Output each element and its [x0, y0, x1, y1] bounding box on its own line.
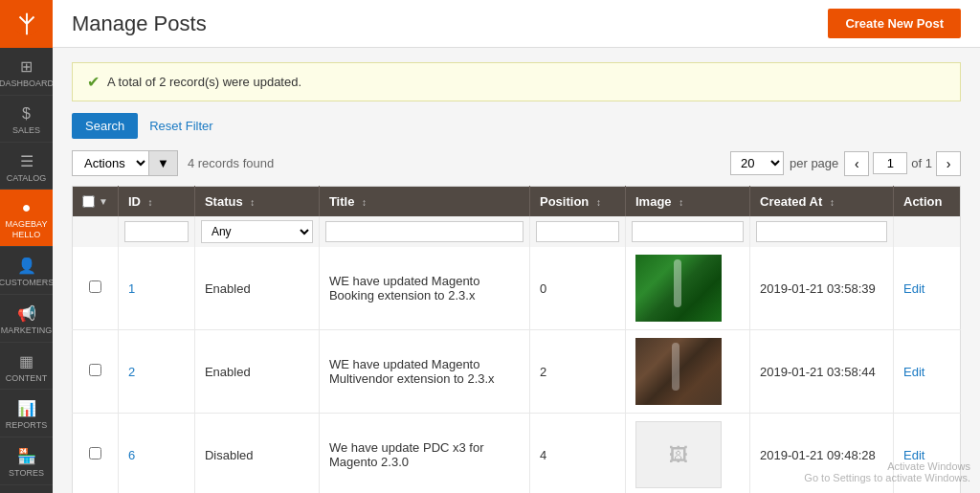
reset-filter-button[interactable]: Reset Filter: [145, 113, 216, 139]
sidebar-item-label: CUSTOMERS: [0, 278, 53, 288]
sidebar-item-reports[interactable]: 📊 REPORTS: [0, 390, 53, 437]
sort-icon: ▼: [99, 196, 108, 207]
sidebar-logo: [0, 0, 53, 48]
sidebar-item-system[interactable]: ⚙ SYSTEM: [0, 485, 53, 493]
row-checkbox[interactable]: [89, 280, 101, 293]
select-all-checkbox[interactable]: [82, 195, 95, 208]
row-id: 2: [118, 330, 194, 414]
row-image: [635, 338, 722, 405]
stores-icon: 🏪: [17, 447, 36, 465]
sidebar-item-stores[interactable]: 🏪 STORES: [0, 437, 53, 485]
col-position-header: Position ↕: [530, 187, 626, 217]
row-action-cell: Edit: [894, 414, 961, 494]
row-status: Enabled: [194, 247, 319, 330]
col-created-header: Created At ↕: [750, 187, 894, 217]
row-checkbox-cell: [73, 247, 119, 330]
row-image-placeholder: 🖼: [635, 421, 722, 488]
sidebar-item-marketing[interactable]: 📢 MARKETING: [0, 295, 53, 343]
prev-page-button[interactable]: ‹: [844, 151, 869, 176]
filter-title-cell: [319, 216, 529, 247]
marketing-icon: 📢: [17, 304, 36, 323]
row-checkbox[interactable]: [89, 447, 101, 459]
current-page-input[interactable]: [873, 152, 907, 174]
actions-select[interactable]: Actions Delete: [72, 150, 148, 176]
row-checkbox[interactable]: [89, 364, 101, 376]
per-page-select[interactable]: 20 30 50 100: [730, 151, 784, 175]
main-content: Manage Posts Create New Post ✔ A total o…: [53, 0, 980, 493]
row-title: WE have updated Magento Booking extensio…: [319, 247, 529, 330]
next-page-button[interactable]: ›: [936, 151, 961, 176]
col-id-header: ID ↕: [118, 187, 194, 217]
col-status-header: Status ↕: [194, 187, 319, 217]
sidebar-item-customers[interactable]: 👤 CUSTOMERS: [0, 247, 53, 295]
search-button[interactable]: Search: [72, 113, 138, 139]
filter-action-cell: [894, 216, 961, 247]
sidebar-item-label: REPORTS: [6, 420, 47, 431]
table-header-row: ▼ ID ↕ Status ↕ Title ↕ Position ↕ Image…: [73, 187, 961, 217]
actions-submit-button[interactable]: ▼: [148, 150, 178, 176]
row-checkbox-cell: [73, 330, 119, 414]
records-found: 4 records found: [188, 156, 274, 170]
filter-position-input[interactable]: [536, 221, 619, 242]
toolbar: Actions Delete ▼ 4 records found 20 30 5…: [72, 150, 961, 176]
row-image: [635, 255, 722, 322]
edit-link[interactable]: Edit: [903, 281, 924, 296]
sidebar-item-label: MAGEBAYHELLO: [6, 219, 48, 240]
row-image-cell: 🖼: [626, 414, 750, 494]
col-image-header: Image ↕: [626, 187, 750, 217]
actions-select-group: Actions Delete ▼: [72, 150, 178, 176]
filter-id-cell: [118, 216, 194, 247]
col-title-header: Title ↕: [319, 187, 529, 217]
sidebar-item-label: MARKETING: [1, 325, 53, 336]
filter-bar: Search Reset Filter: [72, 113, 961, 139]
edit-link[interactable]: Edit: [903, 448, 924, 462]
row-created-at: 2019-01-21 09:48:28: [750, 414, 894, 494]
filter-created-cell: [750, 216, 894, 247]
sales-icon: $: [22, 105, 31, 123]
reports-icon: 📊: [17, 399, 36, 417]
row-action-cell: Edit: [894, 330, 961, 414]
filter-image-input[interactable]: [632, 221, 744, 242]
table-body: 1EnabledWE have updated Magento Booking …: [73, 247, 961, 493]
filter-created-input[interactable]: [756, 221, 887, 242]
edit-link[interactable]: Edit: [903, 365, 924, 379]
row-title: WE have updated Magento Multivendor exte…: [319, 330, 529, 414]
table-row: 6DisabledWe have update PDC x3 for Magen…: [73, 414, 961, 494]
success-text: A total of 2 record(s) were updated.: [107, 75, 301, 89]
row-id: 1: [118, 247, 194, 330]
filter-id-input[interactable]: [124, 221, 189, 242]
sidebar-item-label: CONTENT: [6, 373, 48, 384]
row-action-cell: Edit: [894, 247, 961, 330]
sidebar-item-label: SALES: [12, 125, 40, 136]
filter-status-select[interactable]: Any Enabled Disabled: [201, 220, 313, 243]
row-position: 2: [530, 330, 626, 414]
row-id: 6: [118, 414, 194, 494]
sidebar-item-label: DASHBOARD: [0, 78, 53, 89]
row-title: We have update PDC x3 for Magento 2.3.0: [319, 414, 529, 494]
row-created-at: 2019-01-21 03:58:39: [750, 247, 894, 330]
filter-checkbox-cell: [73, 216, 119, 247]
sidebar: ⊞ DASHBOARD $ SALES ☰ CATALOG ● MAGEBAYH…: [0, 0, 53, 493]
sidebar-item-magebay[interactable]: ● MAGEBAYHELLO: [0, 190, 53, 247]
row-image-cell: [626, 247, 750, 330]
total-pages: of 1: [911, 156, 932, 170]
sidebar-item-sales[interactable]: $ SALES: [0, 96, 53, 143]
filter-status-cell: Any Enabled Disabled: [194, 216, 319, 247]
create-new-post-button[interactable]: Create New Post: [828, 9, 961, 38]
dashboard-icon: ⊞: [20, 57, 33, 76]
sidebar-item-dashboard[interactable]: ⊞ DASHBOARD: [0, 48, 53, 96]
col-action-header: Action: [894, 187, 961, 217]
customers-icon: 👤: [17, 257, 36, 275]
per-page-group: 20 30 50 100 per page: [730, 151, 838, 175]
row-position: 0: [530, 247, 626, 330]
sidebar-item-content[interactable]: ▦ CONTENT: [0, 343, 53, 391]
content-icon: ▦: [19, 352, 33, 370]
posts-table: ▼ ID ↕ Status ↕ Title ↕ Position ↕ Image…: [72, 186, 961, 493]
toolbar-left: Actions Delete ▼ 4 records found: [72, 150, 274, 176]
filter-image-cell: [626, 216, 750, 247]
per-page-label: per page: [790, 156, 838, 170]
sidebar-item-catalog[interactable]: ☰ CATALOG: [0, 143, 53, 190]
page-header: Manage Posts Create New Post: [53, 0, 980, 48]
filter-title-input[interactable]: [325, 221, 523, 242]
success-message: ✔ A total of 2 record(s) were updated.: [72, 62, 961, 101]
